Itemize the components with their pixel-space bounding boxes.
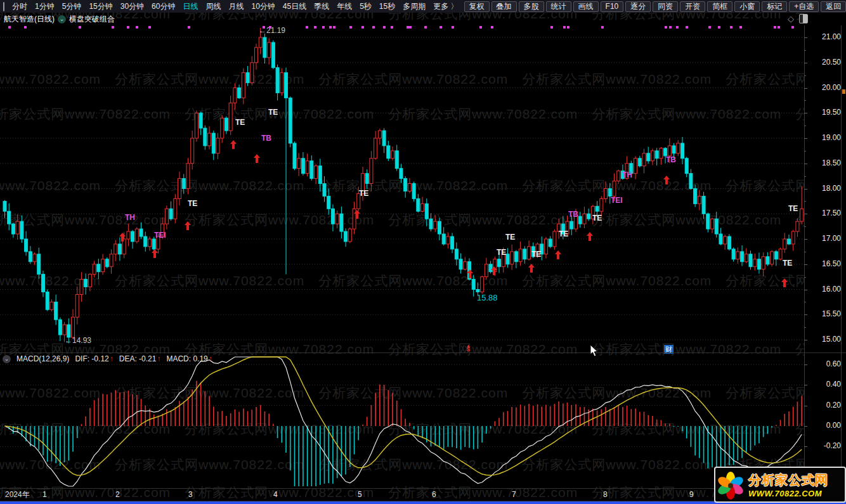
candle [144, 236, 147, 247]
tool-button-多股[interactable]: 多股 [519, 1, 544, 12]
candle [127, 231, 130, 239]
tool-button-开资[interactable]: 开资 [680, 1, 705, 12]
signal-dot [188, 26, 190, 29]
tool-button-小窗[interactable]: 小窗 [734, 1, 760, 12]
candle [485, 264, 488, 277]
macd-up-arrow: ↑ [209, 354, 212, 363]
tool-button-+自选[interactable]: +自选 [789, 1, 819, 12]
signal-dot [778, 26, 780, 29]
candle [370, 158, 373, 184]
candle [271, 42, 275, 68]
period-item-更多 〉[interactable]: 更多 〉 [429, 0, 462, 13]
period-item-1分钟[interactable]: 1分钟 [31, 0, 58, 13]
candle [549, 239, 552, 247]
site-logo[interactable]: 分析家公式网 WWW.70822.COM [714, 467, 846, 503]
candle [301, 158, 304, 174]
period-item-5秒[interactable]: 5秒 [356, 0, 375, 13]
diamond-icon[interactable]: ◇ [788, 14, 794, 23]
period-item-10分钟[interactable]: 10分钟 [247, 0, 278, 13]
candle [702, 196, 705, 214]
signal-label-TEI: TEI [154, 231, 166, 240]
axis-tick [804, 264, 807, 265]
macd-histogram [5, 381, 802, 486]
candle [391, 151, 394, 158]
price-gridlines [0, 37, 804, 340]
period-item-15分钟[interactable]: 15分钟 [85, 0, 116, 13]
period-item-周线[interactable]: 周线 [202, 0, 225, 13]
period-item-季线[interactable]: 季线 [310, 0, 333, 13]
candle [118, 244, 121, 254]
candle [442, 234, 445, 244]
candle [382, 131, 386, 146]
macd-dea-value: DEA: -0.21↑ [119, 354, 161, 363]
signal-dot [739, 26, 742, 29]
tool-button-复权[interactable]: 复权 [464, 1, 490, 12]
axis-tick-label: 0.20 [807, 401, 841, 410]
candle [600, 198, 603, 211]
tool-button-画线[interactable]: 画线 [573, 1, 599, 12]
tool-button-返回[interactable]: 返回 [821, 1, 846, 12]
period-item-日线[interactable]: 日线 [179, 0, 202, 13]
scroll-position-mark[interactable] [842, 89, 845, 94]
period-item-5分钟[interactable]: 5分钟 [58, 0, 86, 13]
candle [481, 277, 484, 292]
candle [208, 133, 211, 146]
macd-dropdown-icon[interactable]: ⌄ [3, 355, 11, 363]
tool-button-统计[interactable]: 统计 [546, 1, 571, 12]
logo-url: WWW.70822.COM [748, 489, 828, 498]
tool-button-逐分[interactable]: 逐分 [625, 1, 651, 12]
period-item-分时[interactable]: 分时 [8, 0, 31, 13]
dea-up-arrow: ↑ [157, 354, 160, 363]
candle [285, 73, 288, 98]
period-item-年线[interactable]: 年线 [333, 0, 356, 13]
candle [191, 138, 194, 164]
macd-gridlines [0, 365, 804, 446]
candle [553, 231, 556, 247]
signal-dot [601, 26, 604, 29]
signal-dot [409, 26, 412, 29]
period-item-月线[interactable]: 月线 [225, 0, 247, 13]
candle [50, 302, 53, 309]
flower-logo-icon [715, 470, 746, 500]
candle [506, 254, 509, 264]
window-icon[interactable] [3, 2, 4, 11]
candle [331, 209, 334, 224]
candle [378, 131, 381, 138]
candle [216, 138, 219, 153]
candle [544, 239, 547, 254]
period-item-45日线[interactable]: 45日线 [279, 0, 310, 13]
panel-toggle-icon[interactable] [799, 14, 808, 23]
tool-button-简框[interactable]: 简框 [707, 1, 732, 12]
candle [84, 280, 88, 287]
candle [476, 290, 479, 292]
period-item-15秒[interactable]: 15秒 [375, 0, 399, 13]
signal-dot [306, 26, 308, 29]
tool-button-同资[interactable]: 同资 [653, 1, 678, 12]
logo-site-name: 分析家公式网 [748, 472, 828, 489]
period-item-30分钟[interactable]: 30分钟 [117, 0, 148, 13]
candle [37, 254, 41, 275]
tool-button-叠加[interactable]: 叠加 [491, 1, 517, 12]
candle [140, 229, 143, 236]
candle [711, 219, 714, 229]
indicator-dropdown-icon[interactable]: ⌄ [58, 15, 66, 23]
buy-signal-arrow-icon [528, 264, 535, 275]
period-item-多周期[interactable]: 多周期 [399, 0, 429, 13]
macd-chart[interactable] [0, 353, 804, 489]
tool-button-标记[interactable]: 标记 [762, 1, 787, 12]
candle [672, 146, 675, 153]
axis-minor-tick [804, 50, 806, 51]
signal-label-TE: TE [235, 118, 245, 127]
tool-button-F10[interactable]: F10 [601, 1, 624, 12]
candle [195, 113, 198, 138]
candle [178, 179, 181, 199]
candle [365, 174, 368, 184]
axis-tick-label: 15.00 [807, 335, 841, 344]
candlestick-chart[interactable] [0, 25, 804, 353]
candle [511, 252, 514, 264]
candle [251, 63, 254, 83]
period-item-60分钟[interactable]: 60分钟 [148, 0, 179, 13]
axis-minor-tick [804, 126, 806, 126]
candle [152, 239, 155, 249]
signal-dot [550, 26, 553, 29]
